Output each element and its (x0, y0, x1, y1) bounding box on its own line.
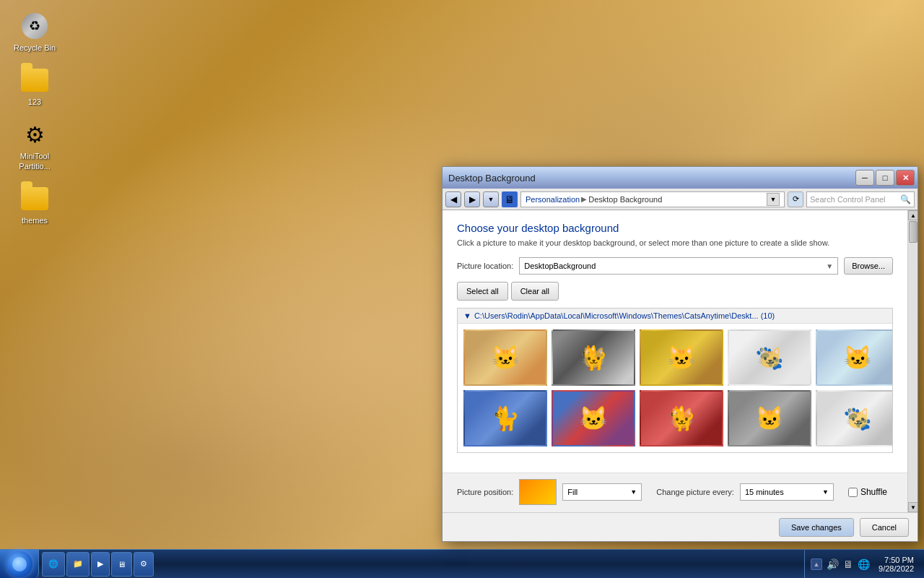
taskbar-network-button[interactable]: 🖥 (111, 552, 132, 577)
address-bar: ◀ ▶ ▼ 🖥 Personalization ▶ Desktop Backgr… (443, 189, 918, 210)
search-field[interactable]: Search Control Panel 🔍 (806, 191, 915, 207)
shuffle-checkbox[interactable] (848, 488, 858, 497)
image-grid-container: ▼ C:\Users\Rodin\AppData\Local\Microsoft… (457, 308, 893, 453)
refresh-button[interactable]: ⟳ (788, 191, 803, 207)
picture-location-row: Picture location: DesktopBackground ▼ Br… (457, 257, 893, 275)
taskbar-explorer-button[interactable]: 📁 (66, 552, 90, 577)
taskbar-ie-button[interactable]: 🌐 (42, 552, 65, 577)
change-picture-label: Change picture every: (656, 488, 734, 496)
image-cell-9[interactable]: 🐱 (728, 390, 811, 447)
recycle-bin-label: Recycle Bin (14, 43, 56, 53)
dialog-title-text: Desktop Background (448, 173, 536, 184)
dialog-heading: Choose your desktop background (457, 222, 893, 234)
taskbar-cp-button[interactable]: ⚙ (134, 552, 154, 577)
explorer-icon: 📁 (73, 559, 83, 569)
minimize-button[interactable]: ─ (855, 170, 874, 186)
clear-all-button[interactable]: Clear all (511, 282, 559, 301)
title-bar-buttons: ─ □ ✕ (855, 170, 915, 186)
cp-icon: ⚙ (140, 559, 147, 569)
maximize-button[interactable]: □ (876, 170, 894, 186)
scrollbar[interactable]: ▲ ▼ (907, 210, 918, 512)
picture-position-section: Picture position: Fill ▼ (457, 479, 642, 505)
shuffle-label[interactable]: Shuffle (860, 487, 887, 497)
recent-pages-button[interactable]: ▼ (483, 191, 499, 207)
ie-icon: 🌐 (48, 559, 58, 569)
breadcrumb: Personalization ▶ Desktop Background (526, 195, 662, 204)
fill-value: Fill (567, 488, 578, 496)
image-grid: 🐱 🐈 🐱 🐾 🐱 (458, 324, 892, 452)
recycle-bin-icon[interactable]: ♻ Recycle Bin (9, 9, 61, 56)
search-icon: 🔍 (900, 194, 911, 204)
save-changes-button[interactable]: Save changes (779, 518, 854, 537)
dialog-inner: Choose your desktop background Click a p… (443, 210, 918, 512)
change-picture-section: Change picture every: 15 minutes ▼ (656, 483, 834, 501)
interval-value: 15 minutes (745, 488, 784, 496)
folder-123-label: 123 (28, 98, 41, 107)
browse-button[interactable]: Browse... (844, 257, 893, 275)
position-preview (519, 479, 557, 505)
scroll-down-button[interactable]: ▼ (908, 502, 918, 512)
system-tray: ▲ 🔊 🖥 🌐 7:50 PM 9/28/2022 (804, 550, 924, 578)
scroll-up-button[interactable]: ▲ (908, 210, 918, 220)
dialog-body: Choose your desktop background Click a p… (443, 210, 907, 473)
image-cell-10[interactable]: 🐾 (816, 390, 893, 447)
select-all-button[interactable]: Select all (457, 282, 508, 301)
clock-time: 7:50 PM (879, 556, 914, 564)
clock: 7:50 PM 9/28/2022 (874, 556, 918, 573)
back-button[interactable]: ◀ (445, 191, 461, 207)
image-cell-1[interactable]: 🐱 (463, 329, 547, 386)
address-dropdown-button[interactable]: ▼ (767, 193, 780, 206)
network-icon: 🖥 (118, 560, 126, 569)
network-tray-icon[interactable]: 🌐 (858, 558, 870, 570)
title-bar: Desktop Background ─ □ ✕ (443, 167, 918, 189)
image-cell-4[interactable]: 🐾 (728, 329, 811, 386)
desktop-background-dialog: Desktop Background ─ □ ✕ ◀ ▶ ▼ 🖥 Persona… (442, 166, 918, 542)
image-cell-7[interactable]: 🐱 (552, 390, 635, 447)
desktop: ♻ Recycle Bin 123 ⚙ MiniToolPartitio... … (0, 0, 924, 578)
dialog-footer: Save changes Cancel (443, 512, 918, 541)
volume-icon[interactable]: 🔊 (827, 558, 839, 570)
start-button[interactable] (0, 550, 39, 579)
image-cell-5[interactable]: 🐱 (816, 329, 893, 386)
start-orb-inner (12, 557, 27, 571)
scroll-thumb[interactable] (909, 221, 918, 243)
folder-header[interactable]: ▼ C:\Users\Rodin\AppData\Local\Microsoft… (458, 309, 892, 324)
scroll-track[interactable] (908, 220, 918, 502)
close-button[interactable]: ✕ (896, 170, 915, 186)
forward-button[interactable]: ▶ (464, 191, 480, 207)
taskbar-media-button[interactable]: ▶ (91, 552, 110, 577)
cancel-button[interactable]: Cancel (860, 518, 909, 537)
breadcrumb-item-personalization: Personalization (526, 195, 580, 204)
image-cell-6[interactable]: 🐈 (463, 390, 547, 447)
start-orb (6, 551, 32, 577)
themes-icon[interactable]: themes (9, 181, 61, 228)
folder-path: C:\Users\Rodin\AppData\Local\Microsoft\W… (474, 311, 775, 320)
image-cell-3[interactable]: 🐱 (640, 329, 723, 386)
address-field[interactable]: Personalization ▶ Desktop Background ▼ (520, 191, 785, 207)
picture-location-dropdown[interactable]: DesktopBackground ▼ (519, 257, 838, 275)
folder-nav-icon: 🖥 (502, 191, 518, 207)
minitool-icon[interactable]: ⚙ MiniToolPartitio... (9, 117, 61, 173)
breadcrumb-item-desktop-bg: Desktop Background (588, 195, 662, 204)
interval-dropdown[interactable]: 15 minutes ▼ (740, 483, 834, 501)
dialog-subtitle: Click a picture to make it your desktop … (457, 238, 893, 247)
clock-date: 9/28/2022 (879, 564, 914, 573)
folder-123-icon[interactable]: 123 (9, 63, 61, 110)
tray-expand-button[interactable]: ▲ (811, 558, 822, 570)
picture-location-value: DesktopBackground (524, 262, 596, 270)
image-cell-2[interactable]: 🐈 (552, 329, 635, 386)
minitool-label: MiniToolPartitio... (19, 152, 50, 171)
breadcrumb-separator: ▶ (581, 195, 587, 203)
folder-collapse-icon: ▼ (463, 311, 471, 320)
interval-dropdown-arrow: ▼ (822, 488, 829, 496)
image-cell-8[interactable]: 🐈 (640, 390, 723, 447)
picture-location-label: Picture location: (457, 262, 513, 270)
display-icon[interactable]: 🖥 (843, 558, 853, 570)
shuffle-row: Shuffle (848, 487, 887, 497)
bottom-controls: Picture position: Fill ▼ Change picture … (443, 473, 907, 512)
fill-dropdown[interactable]: Fill ▼ (562, 483, 642, 501)
desktop-icons: ♻ Recycle Bin 123 ⚙ MiniToolPartitio... … (9, 9, 61, 228)
themes-label: themes (22, 216, 48, 225)
search-placeholder: Search Control Panel (810, 195, 897, 204)
fill-dropdown-arrow: ▼ (630, 488, 637, 496)
